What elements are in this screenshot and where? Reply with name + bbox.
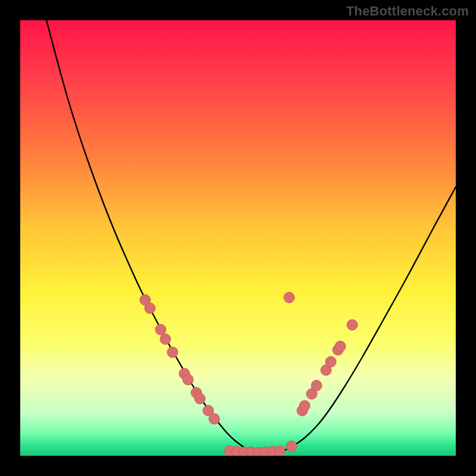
marker-dot xyxy=(347,320,358,330)
marker-dot xyxy=(325,356,336,367)
marker-dot xyxy=(160,334,171,345)
marker-dot xyxy=(311,380,322,391)
marker-dot xyxy=(299,400,310,411)
marker-dot xyxy=(145,303,155,314)
chart-frame: TheBottleneck.com xyxy=(0,0,476,476)
marker-dot xyxy=(284,292,295,303)
marker-dot xyxy=(286,441,297,452)
marker-dot xyxy=(155,324,166,335)
gradient-background xyxy=(20,20,456,456)
watermark-text: TheBottleneck.com xyxy=(346,4,469,19)
marker-dot xyxy=(167,347,178,358)
chart-svg xyxy=(20,20,456,456)
marker-dot xyxy=(195,393,205,404)
marker-dot xyxy=(274,446,285,456)
plot-area xyxy=(20,20,456,456)
marker-dot xyxy=(335,341,346,352)
marker-dot xyxy=(183,374,193,385)
marker-dot xyxy=(209,414,220,424)
